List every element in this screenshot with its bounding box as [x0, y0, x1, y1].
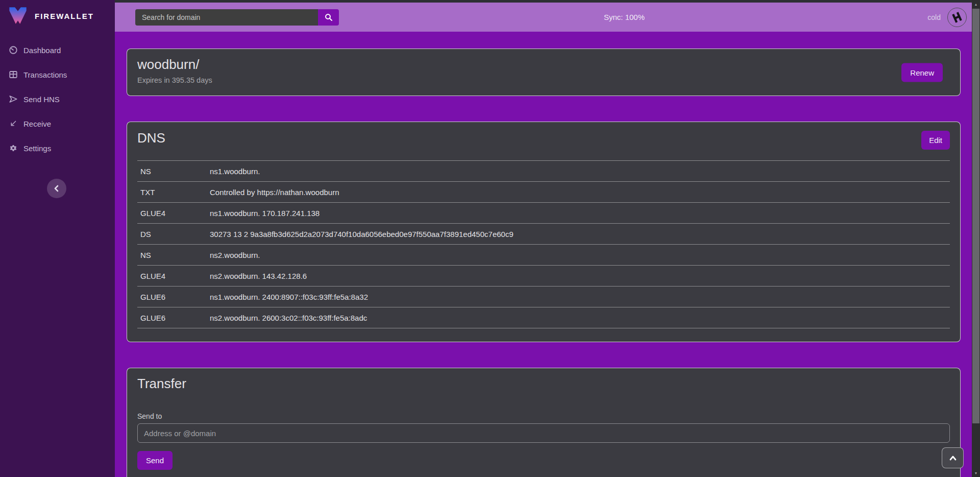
record-type: NS	[137, 251, 210, 259]
sidebar-item-dashboard[interactable]: Dashboard	[0, 38, 115, 62]
record-value: 30273 13 2 9a3a8fb3d625d2a2073d740f10da6…	[210, 230, 950, 238]
record-value: ns2.woodburn.	[210, 251, 950, 259]
search-input[interactable]	[135, 9, 318, 26]
send-icon	[9, 94, 18, 104]
domain-title: woodburn/	[137, 57, 950, 73]
sidebar-item-label: Send HNS	[23, 95, 60, 104]
edit-dns-button[interactable]: Edit	[921, 131, 950, 150]
firewallet-w-logo-icon	[7, 6, 29, 26]
chevron-left-icon	[54, 185, 60, 192]
transfer-title: Transfer	[137, 376, 950, 392]
record-type: TXT	[137, 188, 210, 197]
sidebar-item-label: Transactions	[23, 70, 67, 79]
sync-status: Sync: 100%	[604, 13, 645, 21]
record-type: GLUE6	[137, 314, 210, 322]
sidebar-item-label: Dashboard	[23, 46, 61, 55]
record-value: ns1.woodburn. 2400:8907::f03c:93ff:fe5a:…	[210, 293, 950, 301]
topbar: Sync: 100% cold	[115, 3, 972, 32]
send-to-label: Send to	[137, 412, 950, 420]
record-value: ns2.woodburn. 2600:3c02::f03c:93ff:fe5a:…	[210, 314, 950, 322]
record-value: Controlled by https://nathan.woodburn	[210, 188, 950, 197]
wallet-menu-button[interactable]	[947, 8, 967, 27]
app-logo[interactable]: FIREWALLET	[0, 0, 115, 32]
record-value: ns1.woodburn.	[210, 167, 950, 176]
table-row: GLUE4 ns2.woodburn. 143.42.128.6	[137, 266, 950, 287]
search-icon	[324, 13, 333, 22]
table-row: GLUE6 ns1.woodburn. 2400:8907::f03c:93ff…	[137, 287, 950, 307]
send-transfer-button[interactable]: Send	[137, 451, 173, 470]
wallet-name: cold	[927, 13, 941, 21]
record-type: DS	[137, 230, 210, 238]
table-icon	[9, 70, 18, 79]
content-area: Sync: 100% cold woodburn/ Expires in 395…	[115, 0, 980, 477]
record-value: ns2.woodburn. 143.42.128.6	[210, 272, 950, 280]
handshake-icon	[950, 10, 964, 25]
table-row: NS ns2.woodburn.	[137, 245, 950, 266]
transfer-address-input[interactable]	[137, 423, 950, 443]
scrollbar-thumb[interactable]	[972, 9, 979, 423]
sidebar: FIREWALLET Dashboard Transactions Send H…	[0, 0, 115, 477]
record-type: NS	[137, 167, 210, 176]
gauge-icon	[9, 45, 18, 55]
table-row: GLUE6 ns2.woodburn. 2600:3c02::f03c:93ff…	[137, 307, 950, 328]
scrollbar-up-arrow-icon[interactable]: ▲	[972, 0, 980, 8]
transfer-card: Transfer Send to Send	[127, 368, 961, 477]
scrollbar[interactable]: ▲ ▼	[972, 0, 980, 477]
record-type: GLUE6	[137, 293, 210, 301]
table-row: NS ns1.woodburn.	[137, 161, 950, 182]
main-scroll-region: woodburn/ Expires in 395.35 days Renew D…	[115, 32, 972, 477]
search-button[interactable]	[318, 9, 339, 26]
sidebar-item-label: Receive	[23, 120, 51, 128]
scrollbar-down-arrow-icon[interactable]: ▼	[972, 469, 980, 477]
sidebar-item-transactions[interactable]: Transactions	[0, 62, 115, 87]
sidebar-item-send-hns[interactable]: Send HNS	[0, 87, 115, 111]
sidebar-item-receive[interactable]: Receive	[0, 111, 115, 136]
table-row: DS 30273 13 2 9a3a8fb3d625d2a2073d740f10…	[137, 224, 950, 245]
record-value: ns1.woodburn. 170.187.241.138	[210, 209, 950, 218]
brand-name: FIREWALLET	[35, 12, 94, 20]
sidebar-nav: Dashboard Transactions Send HNS Receive	[0, 38, 115, 160]
domain-expiry: Expires in 395.35 days	[137, 76, 950, 84]
dns-records-table: NS ns1.woodburn. TXT Controlled by https…	[137, 160, 950, 328]
table-row: GLUE4 ns1.woodburn. 170.187.241.138	[137, 203, 950, 224]
sidebar-item-settings[interactable]: Settings	[0, 136, 115, 160]
dns-card: DNS Edit NS ns1.woodburn. TXT Controlled…	[127, 122, 961, 342]
domain-card: woodburn/ Expires in 395.35 days Renew	[127, 49, 961, 96]
record-type: GLUE4	[137, 209, 210, 218]
receive-arrow-icon	[9, 119, 18, 128]
sidebar-item-label: Settings	[23, 144, 51, 153]
wallet-area: cold	[927, 8, 967, 27]
scroll-to-top-button[interactable]	[942, 447, 964, 468]
renew-button[interactable]: Renew	[901, 63, 943, 82]
table-row: TXT Controlled by https://nathan.woodbur…	[137, 182, 950, 203]
domain-search	[135, 9, 339, 26]
sidebar-collapse-button[interactable]	[47, 179, 66, 198]
record-type: GLUE4	[137, 272, 210, 280]
chevron-up-icon	[949, 456, 957, 461]
gear-icon	[9, 144, 18, 153]
dns-title: DNS	[137, 130, 950, 146]
